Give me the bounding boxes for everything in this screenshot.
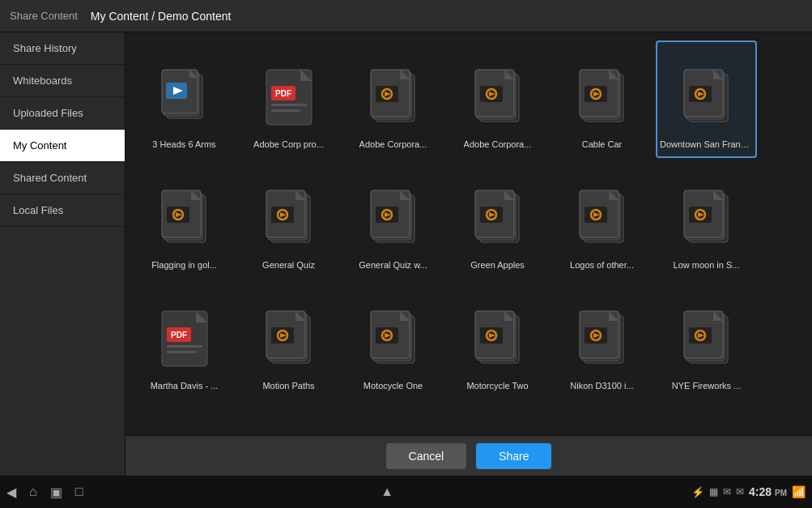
file-label-f10: Green Apples (470, 259, 525, 271)
file-item-f9[interactable]: General Quiz w... (342, 161, 444, 279)
clock: 4:28 PM (749, 485, 787, 498)
file-icon-f1 (152, 61, 217, 134)
file-item-f16[interactable]: Motorcycle Two (447, 282, 548, 399)
file-item-f13[interactable]: PDF Martha Davis - ... (134, 282, 235, 399)
mail2-icon: ✉ (736, 486, 744, 497)
file-item-f12[interactable]: Low moon in S... (656, 161, 757, 279)
sidebar-item-my-content[interactable]: My Content (0, 130, 125, 162)
file-icon-f18 (674, 302, 739, 375)
file-item-f7[interactable]: Flagging in gol... (134, 161, 235, 279)
system-bar-left: ◀ ⌂ ▣ □ (6, 485, 83, 500)
file-icon-f13: PDF (152, 302, 217, 375)
file-icon-f4 (466, 61, 530, 134)
email-icon: ✉ (723, 486, 731, 497)
sidebar-item-local-files[interactable]: Local Files (0, 194, 125, 227)
sidebar: Share History Whiteboards Uploaded Files… (0, 32, 125, 476)
sidebar-item-uploaded-files[interactable]: Uploaded Files (0, 97, 125, 130)
file-icon-f10 (466, 181, 530, 254)
file-item-f10[interactable]: Green Apples (447, 161, 548, 279)
file-grid: 3 Heads 6 Arms PDF Adobe Corp pro... Ado… (125, 32, 812, 435)
svg-text:PDF: PDF (275, 89, 291, 98)
bottom-action-bar: Cancel Share (125, 435, 812, 476)
file-item-f8[interactable]: General Quiz (238, 161, 339, 279)
sidebar-item-share-history[interactable]: Share History (0, 32, 125, 65)
file-icon-f21 (361, 434, 426, 435)
file-item-f3[interactable]: Adobe Corpora... (342, 41, 444, 158)
home-icon[interactable]: ⌂ (29, 485, 37, 499)
file-icon-f6 (674, 61, 739, 134)
file-item-f1[interactable]: 3 Heads 6 Arms (134, 41, 235, 158)
file-icon-f5 (570, 61, 635, 134)
file-label-f11: Logos of other... (570, 259, 634, 271)
file-icon-f12 (674, 181, 739, 254)
top-bar-share-label: Share Content (10, 10, 78, 22)
file-label-f12: Low moon in S... (674, 259, 740, 271)
file-icon-f7 (152, 181, 217, 254)
file-icon-f20 (257, 434, 321, 435)
file-item-f23[interactable]: PDF (551, 403, 653, 435)
file-label-f15: Motocycle One (363, 380, 423, 391)
top-bar-path: My Content / Demo Content (91, 10, 232, 23)
file-item-f15[interactable]: Motocycle One (342, 282, 444, 399)
file-icon-f2: PDF (257, 61, 321, 134)
svg-rect-86 (167, 345, 202, 348)
sidebar-item-whiteboards[interactable]: Whiteboards (0, 65, 125, 97)
file-label-f17: Nikon D3100 i... (570, 380, 633, 391)
file-item-f14[interactable]: Motion Paths (238, 282, 339, 399)
file-label-f2: Adobe Corp pro... (253, 139, 324, 150)
file-label-f14: Motion Paths (262, 380, 314, 391)
svg-text:PDF: PDF (171, 331, 187, 339)
menu-icon[interactable]: ▲ (380, 485, 393, 499)
svg-rect-10 (271, 104, 307, 106)
file-label-f5: Cable Car (582, 139, 623, 150)
file-icon-f16 (466, 302, 530, 375)
usb-icon: ⚡ (691, 486, 704, 498)
cancel-button[interactable]: Cancel (386, 443, 467, 469)
file-item-f17[interactable]: Nikon D3100 i... (551, 282, 653, 399)
file-icon-f14 (257, 302, 321, 375)
content-area: 3 Heads 6 Arms PDF Adobe Corp pro... Ado… (125, 32, 812, 476)
file-item-f19[interactable] (134, 403, 235, 435)
file-icon-f3 (361, 61, 426, 134)
file-icon-f15 (361, 302, 426, 375)
back-icon[interactable]: ◀ (6, 485, 16, 500)
file-label-f3: Adobe Corpora... (359, 139, 427, 150)
file-item-f6[interactable]: Downtown San Francisco (656, 41, 757, 158)
file-icon-f9 (361, 181, 426, 254)
file-icon-f23: PDF (570, 434, 635, 435)
sidebar-item-shared-content[interactable]: Shared Content (0, 162, 125, 194)
file-item-f2[interactable]: PDF Adobe Corp pro... (238, 41, 339, 158)
screenshot-icon[interactable]: □ (75, 485, 83, 499)
recents-icon[interactable]: ▣ (50, 485, 62, 500)
sim-icon: ▦ (709, 486, 718, 497)
file-icon-f8 (257, 181, 321, 254)
file-item-f22[interactable] (447, 403, 548, 435)
file-label-f16: Motorcycle Two (466, 380, 528, 391)
share-button[interactable]: Share (476, 443, 551, 469)
file-label-f18: NYE Fireworks ... (672, 380, 742, 391)
file-item-f21[interactable] (342, 403, 444, 435)
wifi-icon: 📶 (792, 485, 806, 498)
svg-rect-11 (271, 109, 300, 112)
file-item-f5[interactable]: Cable Car (551, 41, 653, 158)
file-label-f7: Flagging in gol... (151, 259, 217, 271)
file-label-f8: General Quiz (262, 259, 315, 271)
file-label-f6: Downtown San Francisco (660, 139, 753, 150)
file-icon-f22 (466, 434, 530, 435)
file-icon-f19 (152, 434, 217, 435)
top-bar: Share Content My Content / Demo Content (0, 0, 812, 32)
file-icon-f17 (570, 302, 635, 375)
main-layout: Share History Whiteboards Uploaded Files… (0, 32, 812, 476)
file-item-f11[interactable]: Logos of other... (551, 161, 653, 279)
system-bar-right: ⚡ ▦ ✉ ✉ 4:28 PM 📶 (691, 485, 806, 498)
file-label-f4: Adobe Corpora... (464, 139, 532, 150)
file-item-f4[interactable]: Adobe Corpora... (447, 41, 548, 158)
svg-rect-87 (167, 351, 196, 353)
system-bar: ◀ ⌂ ▣ □ ▲ ⚡ ▦ ✉ ✉ 4:28 PM 📶 (0, 476, 812, 508)
file-item-f18[interactable]: NYE Fireworks ... (656, 282, 757, 399)
file-item-f20[interactable] (238, 403, 339, 435)
file-icon-f11 (570, 181, 635, 254)
file-label-f13: Martha Davis - ... (151, 380, 219, 391)
file-label-f1: 3 Heads 6 Arms (152, 139, 215, 150)
file-label-f9: General Quiz w... (359, 259, 427, 271)
